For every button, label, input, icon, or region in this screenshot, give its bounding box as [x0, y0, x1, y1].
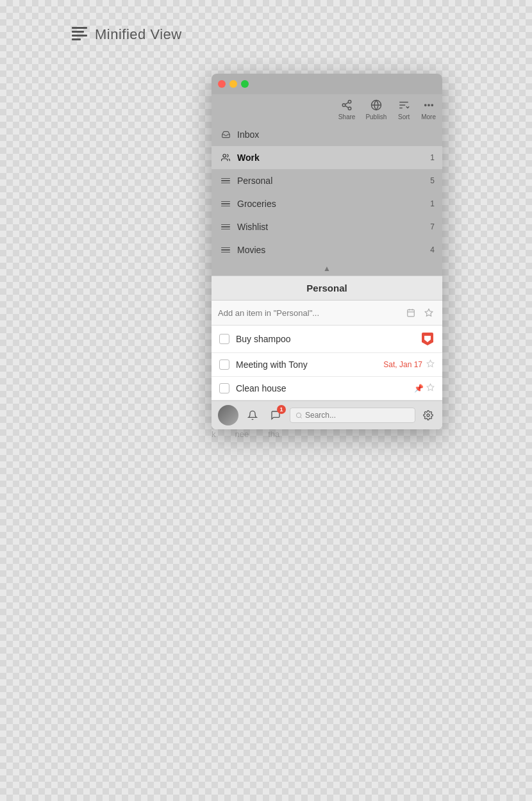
- task-text-clean-house: Clean house: [236, 383, 414, 393]
- svg-line-4: [345, 103, 348, 104]
- sidebar-item-personal[interactable]: Personal 5: [212, 169, 442, 192]
- more-icon: [422, 98, 436, 112]
- minimize-button[interactable]: [229, 80, 237, 88]
- message-badge: 1: [277, 405, 286, 414]
- add-item-icons: [404, 306, 436, 320]
- sidebar-item-groceries[interactable]: Groceries 1: [212, 192, 442, 215]
- sidebar-item-work[interactable]: Work 1: [212, 146, 442, 169]
- task-text-meeting-tony: Meeting with Tony: [236, 359, 383, 370]
- bottom-faded-text: k nee tha: [212, 429, 279, 439]
- task-meeting-tony: Meeting with Tony Sat, Jan 17: [212, 353, 442, 377]
- sidebar-item-movies[interactable]: Movies 4: [212, 238, 442, 261]
- more-button[interactable]: More: [421, 98, 436, 120]
- messages-button[interactable]: 1: [267, 406, 285, 424]
- inbox-label: Inbox: [237, 129, 435, 140]
- svg-marker-18: [425, 309, 433, 316]
- task-checkbox-clean-house[interactable]: [219, 383, 229, 393]
- notifications-button[interactable]: [244, 406, 262, 424]
- collapse-button[interactable]: ▲: [323, 264, 331, 273]
- faded-tha: tha: [268, 429, 279, 439]
- user-avatar[interactable]: [218, 405, 238, 425]
- svg-point-24: [427, 414, 429, 417]
- svg-marker-19: [424, 336, 431, 342]
- wishlist-count: 7: [424, 222, 435, 231]
- task-text-buy-shampoo: Buy shampoo: [236, 334, 420, 344]
- publish-icon: [369, 98, 383, 112]
- svg-point-1: [342, 104, 345, 107]
- toolbar-row: Share Publish: [212, 94, 442, 123]
- svg-line-23: [301, 417, 302, 418]
- add-item-input[interactable]: [218, 308, 404, 318]
- star-icon-clean-house[interactable]: [426, 383, 435, 393]
- maximize-button[interactable]: [241, 80, 249, 88]
- panel-title: Personal: [306, 283, 347, 293]
- task-clean-house: Clean house 📌: [212, 377, 442, 400]
- star-icon-meeting-tony[interactable]: [426, 359, 435, 370]
- movies-count: 4: [424, 245, 435, 254]
- svg-marker-20: [427, 360, 434, 367]
- svg-point-11: [428, 104, 429, 106]
- faded-k: k: [212, 429, 216, 439]
- svg-point-10: [424, 104, 426, 106]
- search-bar[interactable]: [290, 408, 415, 423]
- app-window: Share Publish: [212, 74, 442, 429]
- movies-label: Movies: [237, 245, 424, 255]
- personal-icon: [219, 174, 232, 187]
- bottom-bar: 1: [212, 400, 442, 429]
- personal-label: Personal: [237, 176, 424, 186]
- settings-button[interactable]: [420, 408, 436, 423]
- sort-icon: [397, 98, 411, 112]
- svg-point-13: [223, 154, 226, 158]
- add-item-row: [212, 301, 442, 326]
- groceries-icon: [219, 197, 232, 210]
- task-checkbox-buy-shampoo[interactable]: [219, 334, 229, 344]
- panel-header: Personal: [212, 276, 442, 301]
- publish-button[interactable]: Publish: [365, 98, 387, 120]
- wishlist-label: Wishlist: [237, 222, 424, 232]
- flag-red-icon: [422, 333, 433, 345]
- collapse-row: ▲: [212, 261, 442, 276]
- people-icon: [219, 151, 232, 164]
- svg-point-0: [348, 101, 351, 104]
- calendar-icon[interactable]: [404, 306, 418, 320]
- sidebar-item-wishlist[interactable]: Wishlist 7: [212, 215, 442, 238]
- list-icon: [71, 26, 88, 44]
- wishlist-icon: [219, 220, 232, 233]
- avatar-image: [218, 405, 238, 425]
- work-count: 1: [424, 153, 435, 162]
- tasks-panel: Personal: [212, 276, 442, 429]
- top-label: Minified View: [71, 26, 182, 44]
- search-input[interactable]: [305, 411, 410, 420]
- inbox-icon: [219, 128, 232, 141]
- svg-line-3: [345, 106, 348, 108]
- task-buy-shampoo: Buy shampoo: [212, 326, 442, 353]
- star-add-icon[interactable]: [422, 306, 436, 320]
- svg-point-2: [348, 107, 351, 110]
- flag-button-buy-shampoo[interactable]: [420, 332, 435, 346]
- share-button[interactable]: Share: [338, 98, 356, 120]
- work-label: Work: [237, 153, 424, 163]
- publish-label: Publish: [365, 113, 387, 120]
- movies-icon: [219, 244, 232, 256]
- close-button[interactable]: [218, 80, 226, 88]
- task-checkbox-meeting-tony[interactable]: [219, 359, 229, 370]
- share-icon: [340, 98, 354, 112]
- groceries-count: 1: [424, 199, 435, 208]
- svg-marker-21: [427, 384, 434, 390]
- faded-nee: nee: [235, 429, 249, 439]
- title-bar: [212, 74, 442, 94]
- svg-point-22: [296, 413, 301, 417]
- groceries-label: Groceries: [237, 199, 424, 209]
- personal-count: 5: [424, 176, 435, 185]
- sort-label: Sort: [398, 113, 410, 120]
- page-title: Minified View: [95, 26, 182, 43]
- sidebar: Share Publish: [212, 94, 442, 276]
- svg-point-12: [431, 104, 433, 106]
- more-label: More: [421, 113, 436, 120]
- share-label: Share: [338, 113, 356, 120]
- pin-icon-clean-house[interactable]: 📌: [414, 384, 424, 393]
- sidebar-item-inbox[interactable]: Inbox: [212, 123, 442, 146]
- task-date-meeting-tony: Sat, Jan 17: [383, 360, 422, 369]
- sort-button[interactable]: Sort: [397, 98, 411, 120]
- svg-rect-14: [408, 310, 415, 317]
